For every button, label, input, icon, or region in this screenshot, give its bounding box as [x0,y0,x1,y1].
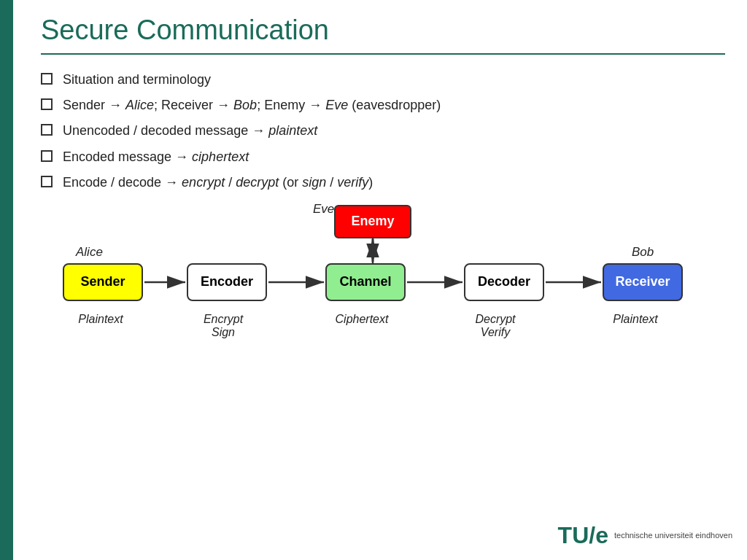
bullet-icon-2 [41,98,53,110]
node-decoder: Decoder [464,263,544,301]
bullet-item-2: Sender → Alice; Receiver → Bob; Enemy → … [41,96,725,114]
node-channel-label: Channel [339,274,391,289]
label-ciphertext: Ciphertext [314,313,409,326]
label-alice: Alice [76,245,103,260]
bullet-item-5: Encode / decode → encrypt / decrypt (or … [41,174,725,192]
node-channel: Channel [325,263,406,301]
label-bob: Bob [632,245,654,260]
tue-logo: TU/e technische universiteit eindhoven [558,522,732,549]
bullet-list: Situation and terminology Sender → Alice… [41,71,725,192]
label-decrypt-verify: DecryptVerify [455,313,535,339]
node-decoder-label: Decoder [478,274,530,289]
node-receiver-label: Receiver [615,274,670,289]
label-encrypt-sign: EncryptSign [179,313,267,339]
label-eve: Eve [313,202,334,217]
label-plaintext-right: Plaintext [599,313,672,326]
node-enemy: Enemy [334,205,411,238]
node-encoder-label: Encoder [201,274,253,289]
tue-text: TU/e [558,522,608,549]
label-plaintext-left: Plaintext [57,313,144,326]
node-encoder: Encoder [187,263,267,301]
bullet-text-1: Situation and terminology [63,71,725,89]
page-title: Secure Communication [41,15,725,46]
title-divider [41,53,725,55]
bullet-text-3: Unencoded / decoded message → plaintext [63,122,725,140]
node-sender-label: Sender [80,274,125,289]
main-content: Secure Communication Situation and termi… [26,0,747,560]
diagram: Alice Eve Bob Enemy Sender Encoder Chann… [41,205,725,365]
bullet-item-1: Situation and terminology [41,71,725,89]
left-accent-bar [0,0,13,560]
bullet-icon-3 [41,124,53,136]
node-sender: Sender [63,263,143,301]
bullet-icon-5 [41,176,53,187]
tue-subtitle: technische universiteit eindhoven [614,530,732,540]
bullet-item-4: Encoded message → ciphertext [41,148,725,166]
node-enemy-label: Enemy [351,214,394,229]
bullet-text-4: Encoded message → ciphertext [63,148,725,166]
bullet-icon-1 [41,73,53,85]
bullet-icon-4 [41,150,53,162]
bullet-item-3: Unencoded / decoded message → plaintext [41,122,725,140]
bullet-text-2: Sender → Alice; Receiver → Bob; Enemy → … [63,96,725,114]
bullet-text-5: Encode / decode → encrypt / decrypt (or … [63,174,725,192]
node-receiver: Receiver [603,263,683,301]
